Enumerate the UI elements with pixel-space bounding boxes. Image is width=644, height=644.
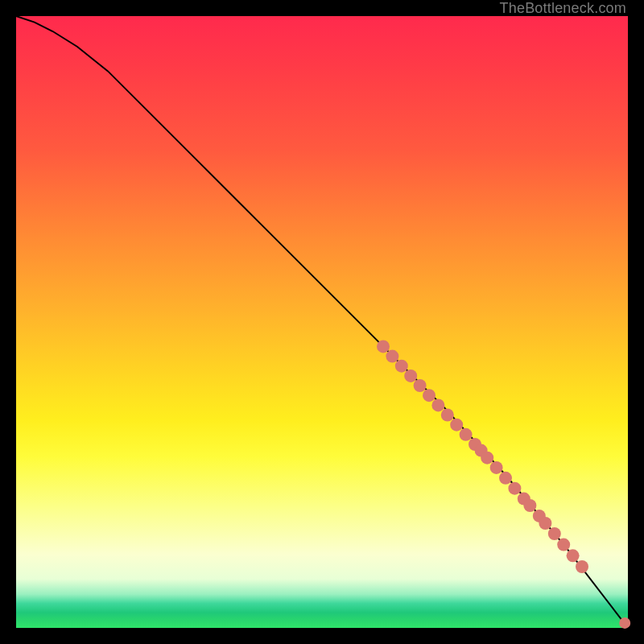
- curve-layer: [16, 16, 628, 628]
- data-point: [619, 617, 630, 629]
- data-point: [548, 527, 561, 540]
- data-point: [508, 482, 521, 495]
- data-point: [576, 560, 588, 573]
- data-point: [431, 398, 444, 411]
- chart-svg: [16, 16, 628, 628]
- attribution-label: TheBottleneck.com: [500, 0, 626, 16]
- data-point: [567, 549, 580, 562]
- data-point: [490, 461, 503, 474]
- points-layer: [377, 340, 630, 629]
- data-point: [539, 517, 551, 530]
- data-point: [386, 350, 398, 363]
- data-point: [557, 539, 570, 551]
- plot-area: [16, 16, 628, 628]
- data-point: [414, 379, 427, 392]
- chart-frame: TheBottleneck.com: [0, 0, 644, 644]
- data-point: [499, 472, 512, 485]
- data-point: [460, 428, 473, 441]
- data-point: [377, 340, 390, 353]
- data-point: [395, 360, 408, 373]
- data-point: [441, 409, 454, 422]
- data-point: [404, 369, 417, 382]
- data-point: [423, 389, 436, 402]
- data-point: [523, 499, 536, 512]
- data-point: [450, 419, 463, 431]
- data-point: [481, 452, 493, 464]
- bottleneck-curve: [16, 16, 628, 628]
